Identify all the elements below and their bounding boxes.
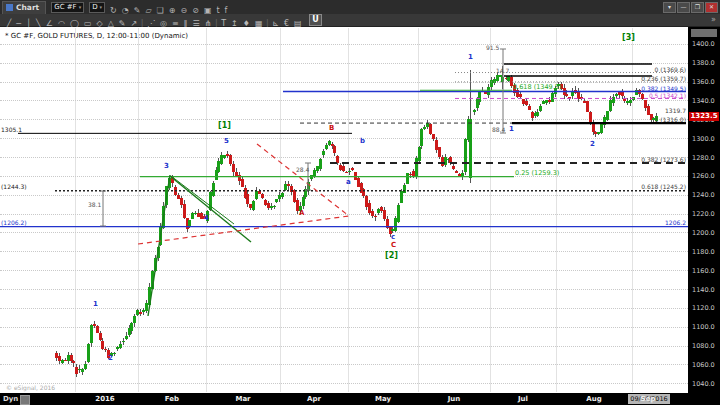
measure-label: 91.5 [486,44,499,51]
red-resistance-trendline[interactable] [257,144,349,216]
fib-level-label: 0 (1369.6) [655,66,686,73]
wave-label: A [299,209,304,217]
left-price-label: (1244.3) [1,183,27,190]
green-decline-trendline-2[interactable] [171,176,234,224]
green-decline-trendline-1[interactable] [170,176,251,242]
fib-level-label: 0.236 (1359.7) [641,75,686,82]
drawn-lines-layer [0,0,720,405]
green-fib-label: 0.618 (1349.5) [513,83,562,91]
wave-label: c [391,233,395,241]
red-support-trendline[interactable] [138,216,349,244]
left-price-label: 1305.1 [1,126,22,133]
wave-label: 1 [509,125,514,133]
wave-label: 2 [108,354,113,362]
wave-label: a [346,178,351,186]
fib-level-label: 1206.2 [665,219,686,226]
wave-label: B [329,124,334,132]
measure-label: 14.7 [496,67,509,74]
wave-label: 3 [164,162,169,170]
measure-label: 88.4 [492,126,505,133]
chart-overlay: * GC #F, GOLD FUTURES, D, 12:00-11:00 (D… [0,0,720,405]
wave-label: 1 [468,53,473,61]
fib-level-label: 0.5 (1342.1) [649,92,686,99]
wave-label: 1 [93,300,98,308]
fib-level-label: 1319.7 [665,107,686,114]
fib-level-label: 1 (1316.0) [655,116,686,123]
measure-label: 38.1 [88,201,101,208]
wave-label: 5 [224,137,229,145]
wave-label: [1] [218,121,231,130]
wave-label: [3] [622,33,635,42]
fib-level-label: 0.618 (1245.2) [641,183,686,190]
measure-label: 28.4 [296,166,309,173]
fib-level-label: 0.382 (1349.5) [641,85,686,92]
wave-label: b [360,137,365,145]
fib-level-label: 0.382 (1273.6) [641,156,686,163]
wave-label: C [391,241,396,249]
wave-label: 4 [204,214,209,222]
green-rally-trendline[interactable] [148,175,170,316]
green-fib-label: 0.25 (1259.3) [515,169,559,177]
left-price-label: (1206.2) [1,219,27,226]
wave-label: [2] [385,251,398,260]
wave-label: 2 [590,140,595,148]
